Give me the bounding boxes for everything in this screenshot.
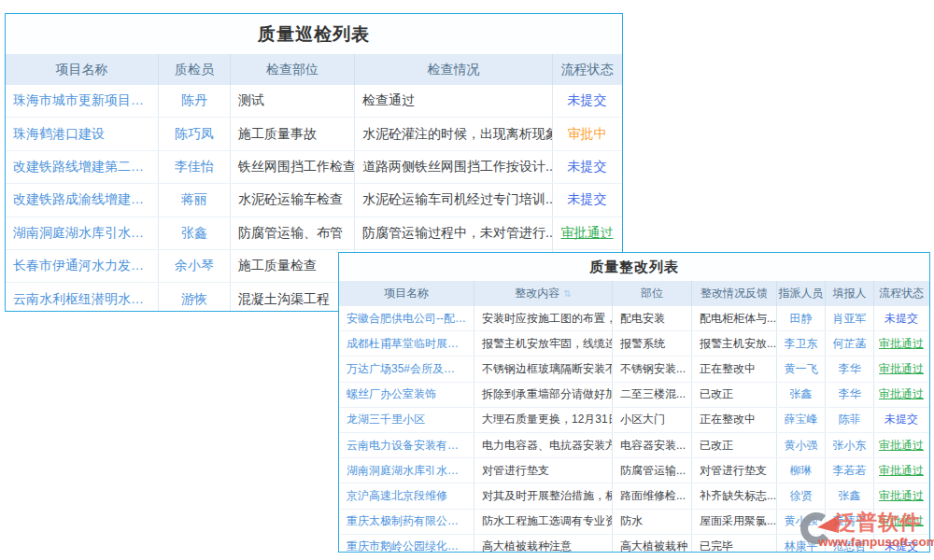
workflow-status-link[interactable]: 未提交 bbox=[884, 311, 918, 327]
inspector-cell: 蒋丽 bbox=[159, 184, 231, 216]
part-cell: 小区大门 bbox=[613, 408, 692, 432]
sort-icon[interactable]: ⇅ bbox=[563, 288, 571, 299]
assignee-link[interactable]: 张鑫 bbox=[790, 386, 813, 402]
reporter-link[interactable]: 李若若 bbox=[833, 463, 867, 479]
project-name-link[interactable]: 京沪高速北京段维修 bbox=[347, 488, 447, 504]
status-cell: 审批通过 bbox=[874, 433, 928, 457]
inspector-link[interactable]: 余小琴 bbox=[175, 258, 214, 274]
inspector-link[interactable]: 游恢 bbox=[181, 291, 207, 308]
workflow-status-link[interactable]: 未提交 bbox=[568, 92, 607, 109]
reporter-cell: 李若若 bbox=[826, 458, 874, 483]
reporter-link[interactable]: 李华 bbox=[839, 386, 861, 402]
status-cell: 审批通过 bbox=[874, 383, 928, 407]
project-name-link[interactable]: 龙湖三千里小区 bbox=[347, 412, 425, 427]
inspection-table-row: 珠海鹤港口建设 陈巧凤 施工质量事故 水泥砼灌注的时候，出现离析现象 审批中 bbox=[6, 118, 622, 150]
inspection-table-row: 改建铁路线增建第二线... 李佳怡 铁丝网围挡工作检查 道路两侧铁丝网围挡工作按… bbox=[6, 151, 622, 184]
project-name-link[interactable]: 珠海鹤港口建设 bbox=[13, 126, 105, 143]
project-name-cell: 重庆太极制药有限公司亳州中... bbox=[339, 510, 474, 534]
inspector-link[interactable]: 陈巧凤 bbox=[175, 126, 214, 143]
assignee-link[interactable]: 徐贤 bbox=[790, 488, 813, 504]
rectification-table-row: 重庆市鹅岭公园绿化景观提升... 高大植被栽种注意 高大植被栽种 已完毕 林康平… bbox=[339, 535, 929, 553]
project-name-link[interactable]: 云南电力设备安装有限公司20... bbox=[347, 438, 466, 454]
reporter-cell: 范思哲 bbox=[826, 535, 874, 553]
inspector-link[interactable]: 陈丹 bbox=[181, 92, 207, 109]
workflow-status-link[interactable]: 审批通过 bbox=[879, 386, 924, 402]
feedback-cell: 已改正 bbox=[692, 433, 777, 457]
assignee-link[interactable]: 薛宝峰 bbox=[785, 412, 818, 427]
status-cell: 审批通过 bbox=[874, 357, 928, 381]
workflow-status-link[interactable]: 未提交 bbox=[568, 159, 607, 175]
reporter-link[interactable]: 李华 bbox=[839, 361, 861, 377]
assignee-cell: 黄小强 bbox=[777, 510, 826, 534]
project-name-cell: 重庆市鹅岭公园绿化景观提升... bbox=[339, 535, 474, 553]
workflow-status-link[interactable]: 审批通过 bbox=[879, 438, 924, 454]
reporter-link[interactable]: 张小东 bbox=[833, 438, 867, 454]
project-name-link[interactable]: 重庆市鹅岭公园绿化景观提升... bbox=[347, 539, 466, 553]
rectification-table-row: 京沪高速北京段维修 对其及时开展整治措施，桥头... 路面维修检... 补齐缺失… bbox=[339, 483, 929, 509]
check-situation-cell: 防腐管运输过程中，未对管进行... bbox=[355, 217, 553, 249]
assignee-link[interactable]: 田静 bbox=[790, 311, 813, 327]
assignee-link[interactable]: 李卫东 bbox=[785, 336, 818, 352]
assignee-link[interactable]: 黄小强 bbox=[785, 513, 818, 529]
reporter-cell: 李华 bbox=[826, 383, 874, 407]
project-name-link[interactable]: 湖南洞庭湖水库引水工程施工标 bbox=[347, 463, 466, 479]
project-name-link[interactable]: 改建铁路成渝线增建第... bbox=[13, 191, 150, 208]
part-cell: 二至三楼混... bbox=[613, 383, 692, 407]
rectification-table-row: 湖南洞庭湖水库引水工程施工标 对管进行垫支 防腐管运输... 对管进行垫支 柳琳… bbox=[339, 458, 929, 483]
workflow-status-link[interactable]: 审批通过 bbox=[879, 513, 924, 529]
reporter-cell: 肖亚军 bbox=[826, 306, 874, 330]
project-name-link[interactable]: 长春市伊通河水力发电... bbox=[13, 258, 150, 274]
inspection-table-row: 改建铁路成渝线增建第... 蒋丽 水泥砼运输车检查 水泥砼运输车司机经过专门培训… bbox=[6, 184, 622, 217]
workflow-status-link[interactable]: 审批通过 bbox=[879, 361, 924, 377]
workflow-status-link[interactable]: 审批通过 bbox=[879, 488, 924, 504]
check-situation-cell: 检查通过 bbox=[355, 85, 553, 117]
project-name-link[interactable]: 成都杜甫草堂临时展厅独立展... bbox=[347, 336, 466, 352]
inspector-link[interactable]: 李佳怡 bbox=[175, 159, 214, 175]
reporter-link[interactable]: 董清平 bbox=[833, 513, 867, 529]
assignee-link[interactable]: 林康平 bbox=[785, 539, 818, 553]
check-part-cell: 混凝土沟渠工程 bbox=[231, 283, 355, 312]
project-name-cell: 湖南洞庭湖水库引水工... bbox=[6, 217, 159, 249]
reporter-link[interactable]: 何芷菡 bbox=[833, 336, 867, 352]
inspector-link[interactable]: 张鑫 bbox=[181, 225, 207, 242]
part-cell: 电容器安装... bbox=[613, 433, 692, 457]
assignee-link[interactable]: 黄小强 bbox=[785, 438, 818, 454]
rectify-content-cell: 安装时应按施工图的布置，将... bbox=[474, 306, 613, 330]
assignee-link[interactable]: 柳琳 bbox=[790, 463, 813, 479]
project-name-link[interactable]: 螺丝厂办公室装饰 bbox=[347, 386, 436, 402]
workflow-status-link[interactable]: 审批通过 bbox=[879, 336, 924, 352]
project-name-link[interactable]: 改建铁路线增建第二线... bbox=[13, 159, 150, 175]
feedback-cell: 正在整改中 bbox=[692, 408, 777, 432]
column-header-content-label: 整改内容 bbox=[515, 286, 559, 301]
inspector-link[interactable]: 蒋丽 bbox=[181, 191, 207, 208]
rectification-table-row: 龙湖三千里小区 大理石质量更换，12月31日之... 小区大门 正在整改中 薛宝… bbox=[339, 408, 929, 433]
workflow-status-link[interactable]: 审批通过 bbox=[879, 463, 924, 479]
workflow-status-link[interactable]: 未提交 bbox=[884, 539, 918, 553]
column-header-project: 项目名称 bbox=[339, 281, 474, 306]
feedback-cell: 补齐缺失标志... bbox=[692, 483, 777, 508]
project-name-link[interactable]: 珠海市城市更新项目紫... bbox=[13, 92, 150, 109]
project-name-cell: 万达广场35#会所及咖啡厅空... bbox=[339, 357, 474, 381]
check-part-cell: 测试 bbox=[231, 85, 355, 117]
workflow-status-link[interactable]: 审批通过 bbox=[561, 225, 614, 242]
workflow-status-link[interactable]: 未提交 bbox=[884, 412, 918, 427]
project-name-link[interactable]: 万达广场35#会所及咖啡厅空... bbox=[347, 361, 466, 377]
reporter-link[interactable]: 陈菲 bbox=[839, 412, 861, 427]
project-name-link[interactable]: 云南水利枢纽潜明水库... bbox=[13, 291, 150, 308]
assignee-cell: 柳琳 bbox=[777, 458, 826, 483]
reporter-link[interactable]: 肖亚军 bbox=[833, 311, 867, 327]
workflow-status-link[interactable]: 审批中 bbox=[568, 126, 607, 143]
reporter-link[interactable]: 范思哲 bbox=[833, 539, 867, 553]
rectification-table-row: 成都杜甫草堂临时展厅独立展... 报警主机安放牢固，线缆连接... 报警系统 报… bbox=[339, 331, 929, 357]
column-header-assignee: 指派人员 bbox=[777, 281, 826, 306]
project-name-link[interactable]: 重庆太极制药有限公司亳州中... bbox=[347, 513, 466, 529]
part-cell: 防腐管运输... bbox=[613, 458, 692, 483]
project-name-link[interactable]: 湖南洞庭湖水库引水工... bbox=[13, 225, 150, 242]
workflow-status-link[interactable]: 未提交 bbox=[568, 191, 607, 208]
project-name-cell: 珠海市城市更新项目紫... bbox=[6, 85, 159, 117]
assignee-link[interactable]: 黄一飞 bbox=[785, 361, 818, 377]
project-name-link[interactable]: 安徽合肥供电公司--配电设备... bbox=[347, 311, 466, 327]
reporter-link[interactable]: 张鑫 bbox=[839, 488, 861, 504]
rectification-table-row: 万达广场35#会所及咖啡厅空... 不锈钢边框玻璃隔断安装不牢... 不锈钢安装… bbox=[339, 357, 929, 382]
project-name-cell: 云南水利枢纽潜明水库... bbox=[6, 283, 159, 312]
